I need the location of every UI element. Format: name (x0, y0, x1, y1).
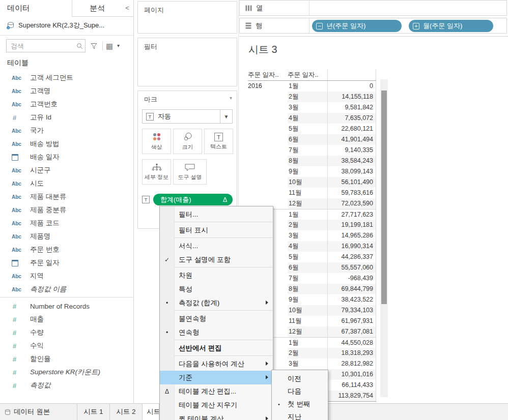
menu-item[interactable]: 서식... (160, 239, 273, 253)
column-header[interactable]: 주문 일자.. (248, 69, 288, 80)
value-cell[interactable]: 14,965,286 (327, 230, 376, 241)
value-cell[interactable]: 28,812,982 (327, 358, 376, 369)
expand-toggle-icon[interactable]: + (413, 23, 419, 29)
value-cell[interactable]: 59,783,616 (327, 188, 376, 198)
month-cell[interactable]: 4월 (288, 241, 327, 252)
tab-analytics[interactable]: 분석 (73, 0, 122, 16)
value-cell[interactable]: 27,717,623 (327, 209, 376, 220)
value-cell[interactable]: 79,334,103 (327, 305, 376, 316)
month-cell[interactable]: 10월 (288, 177, 327, 188)
table-row[interactable]: 4월7,635,072 (248, 113, 376, 124)
size-button[interactable]: 크기 (173, 129, 202, 154)
value-cell[interactable]: 38,423,522 (327, 294, 376, 305)
month-cell[interactable]: 8월 (288, 284, 327, 294)
menu-item[interactable]: 불연속형 (160, 312, 273, 325)
submenu-item[interactable]: 지난 (272, 410, 328, 420)
rows-shelf[interactable]: 행 − 년(주문 일자) + 월(주문 일자) (239, 18, 507, 34)
search-input[interactable] (7, 40, 85, 52)
detail-button[interactable]: 세부 정보 (142, 159, 171, 185)
value-cell[interactable]: 19,199,181 (327, 220, 376, 230)
menu-item[interactable]: 특성 (160, 282, 273, 296)
sheet-tab[interactable]: 시트 2 (110, 404, 143, 420)
table-row[interactable]: 11월59,783,616 (248, 188, 376, 198)
value-cell[interactable]: 55,557,060 (327, 262, 376, 273)
menu-item[interactable]: 테이블 계산 지우기 (160, 398, 273, 412)
table-row[interactable]: 7월9,140,335 (248, 145, 376, 156)
year-cell[interactable] (248, 166, 288, 177)
value-cell[interactable]: 16,990,314 (327, 241, 376, 252)
month-cell[interactable]: 9월 (288, 294, 327, 305)
table-row[interactable]: 6월41,901,494 (248, 134, 376, 145)
field-item[interactable]: # 수익 (0, 339, 133, 352)
value-cell[interactable]: 38,584,243 (327, 156, 376, 166)
menu-item[interactable]: 차원 (160, 268, 273, 282)
submenu-item[interactable]: • 첫 번째 (272, 398, 328, 410)
value-cell[interactable]: 0 (327, 81, 376, 92)
field-item[interactable]: Abc 주문 번호 (0, 243, 133, 256)
menu-item[interactable]: • 측정값 (합계) (160, 296, 273, 310)
value-cell[interactable]: 14,155,118 (327, 92, 376, 102)
submenu-item[interactable]: 이전 (272, 372, 328, 385)
chevron-down-icon[interactable]: ▾ (117, 43, 120, 48)
menu-item[interactable]: 다음을 사용하여 계산 (160, 357, 273, 371)
month-cell[interactable]: 1월 (288, 81, 327, 92)
value-cell[interactable]: 44,550,028 (327, 337, 376, 348)
year-cell[interactable] (248, 156, 288, 166)
field-item[interactable]: # Superstore KR(카운트) (0, 366, 133, 379)
expand-toggle-icon[interactable]: − (316, 23, 323, 29)
year-cell[interactable] (248, 102, 288, 113)
measure-pill[interactable]: 합계(매출) Δ (153, 194, 233, 205)
sheet-tab[interactable]: 데이터 원본 (0, 404, 77, 420)
value-cell[interactable]: 10,301,016 (327, 369, 376, 380)
datasource-item[interactable]: Superstore KR(2,3강_Supe... (0, 19, 104, 32)
field-item[interactable]: Abc 제품 대분류 (0, 190, 133, 203)
field-item[interactable]: Abc 고객 세그먼트 (0, 71, 133, 84)
value-cell[interactable]: -968,439 (327, 273, 376, 284)
value-cell[interactable]: 7,635,072 (327, 113, 376, 124)
columns-shelf[interactable]: 열 (239, 0, 507, 16)
shelf-pill[interactable]: + 월(주문 일자) (409, 20, 493, 32)
value-cell[interactable]: 72,023,590 (327, 198, 376, 209)
menu-item[interactable]: ✓ 도구 설명에 포함 (160, 253, 273, 266)
value-cell[interactable]: 67,387,081 (327, 326, 376, 337)
month-cell[interactable]: 6월 (288, 262, 327, 273)
field-item[interactable]: Abc 제품 중분류 (0, 203, 133, 217)
month-cell[interactable]: 3월 (288, 102, 327, 113)
field-item[interactable]: # 측정값 (0, 379, 133, 392)
value-cell[interactable]: 61,967,931 (327, 316, 376, 326)
color-button[interactable]: 색상 (142, 129, 171, 154)
value-cell[interactable]: 22,680,121 (327, 124, 376, 134)
year-cell[interactable] (248, 92, 288, 102)
view-options-icon[interactable]: ▦ (106, 41, 113, 51)
mark-type-dropdown[interactable]: T 자동 ▼ (142, 109, 233, 124)
table-row[interactable]: 20161월0 (248, 81, 376, 92)
menu-item[interactable]: 필터... (160, 207, 273, 221)
month-cell[interactable]: 5월 (288, 124, 327, 134)
field-item[interactable]: Abc 시도 (0, 177, 133, 190)
table-row[interactable]: 2월14,155,118 (248, 92, 376, 102)
month-cell[interactable]: 3월 (288, 358, 327, 369)
table-row[interactable]: 5월22,680,121 (248, 124, 376, 134)
year-cell[interactable]: 2016 (248, 81, 288, 92)
sheet-tab[interactable]: 시트 1 (77, 404, 110, 420)
menu-item[interactable]: Δ 테이블 계산 편집... (160, 384, 273, 398)
field-item[interactable]: # 수량 (0, 326, 133, 339)
month-cell[interactable]: 6월 (288, 134, 327, 145)
year-cell[interactable] (248, 124, 288, 134)
field-item[interactable]: Abc 국가 (0, 124, 133, 137)
table-row[interactable]: 3월9,581,842 (248, 102, 376, 113)
chevron-down-icon[interactable]: ▾ (230, 95, 232, 101)
month-cell[interactable]: 12월 (288, 198, 327, 209)
value-cell[interactable]: 113,829,754 (327, 391, 376, 401)
month-cell[interactable]: 11월 (288, 188, 327, 198)
month-cell[interactable]: 9월 (288, 166, 327, 177)
month-cell[interactable]: 1월 (288, 209, 327, 220)
month-cell[interactable]: 10월 (288, 305, 327, 316)
field-item[interactable]: 주문 일자 (0, 256, 133, 269)
chevron-down-icon[interactable]: ▼ (220, 110, 232, 123)
value-cell[interactable]: 66,114,433 (327, 380, 376, 391)
field-item[interactable]: Abc 시군구 (0, 164, 133, 177)
month-cell[interactable]: 4월 (288, 113, 327, 124)
month-cell[interactable]: 5월 (288, 252, 327, 262)
filter-fields-icon[interactable] (90, 42, 98, 50)
